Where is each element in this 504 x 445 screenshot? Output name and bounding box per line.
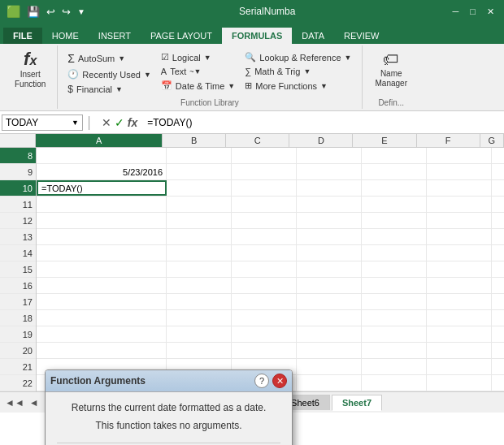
minimize-button[interactable]: ─ — [450, 6, 463, 16]
cell-reference: TODAY — [6, 117, 38, 128]
title-bar: 🟩 💾 ↩ ↪ ▼ SerialNumba ─ □ ✕ — [0, 0, 504, 23]
dialog-titlebar: Function Arguments ? ✕ — [46, 370, 292, 392]
dialog-help-button[interactable]: ? — [254, 374, 269, 388]
dialog-controls: ? ✕ — [254, 374, 287, 388]
math-icon: ∑ — [245, 67, 251, 76]
ribbon-group-function-library: Σ AutoSum ▼ 🕐 Recently Used ▼ $ Financia… — [58, 45, 362, 109]
logical-button[interactable]: ☑ Logical ▼ — [158, 50, 238, 64]
formula-bar: TODAY ▼ │ ✕ ✓ fx — [0, 111, 504, 134]
function-library-section: Σ AutoSum ▼ 🕐 Recently Used ▼ $ Financia… — [64, 47, 354, 97]
defined-names-label: Defin... — [378, 97, 404, 107]
financial-button[interactable]: $ Financial ▼ — [64, 82, 154, 97]
dollar-icon: $ — [67, 84, 73, 95]
dialog-close-button[interactable]: ✕ — [272, 374, 287, 388]
tab-insert[interactable]: INSERT — [89, 28, 141, 44]
financial-arrow: ▼ — [115, 85, 123, 93]
text-icon: A — [161, 67, 167, 76]
name-manager-button[interactable]: 🏷 NameManager — [369, 47, 414, 92]
separator-icon: │ — [83, 116, 97, 129]
name-manager-label: NameManager — [376, 69, 407, 89]
function-library-col1: Σ AutoSum ▼ 🕐 Recently Used ▼ $ Financia… — [64, 50, 154, 97]
calendar-icon: 📅 — [161, 80, 172, 91]
lookup-icon: 🔍 — [245, 52, 256, 63]
recently-used-arrow: ▼ — [144, 71, 151, 79]
recently-used-button[interactable]: 🕐 Recently Used ▼ — [64, 67, 154, 81]
text-button[interactable]: A Text ~▼ — [158, 65, 238, 78]
more-arrow: ▼ — [320, 82, 328, 90]
confirm-icon[interactable]: ✓ — [115, 116, 124, 129]
logical-label: Logical — [172, 53, 201, 63]
lookup-ref-label: Lookup & Reference — [259, 53, 341, 63]
financial-label: Financial — [76, 84, 112, 94]
function-library-col3: 🔍 Lookup & Reference ▼ ∑ Math & Trig ▼ ⊞… — [241, 50, 354, 93]
autosum-arrow: ▼ — [118, 54, 125, 63]
close-button[interactable]: ✕ — [484, 6, 497, 17]
lookup-ref-button[interactable]: 🔍 Lookup & Reference ▼ — [241, 50, 354, 64]
tab-sheet7[interactable]: Sheet7 — [332, 395, 382, 411]
ribbon-group-insert-function: fx InsertFunction — [3, 45, 58, 109]
function-arguments-dialog: Function Arguments ? ✕ Returns the curre… — [45, 369, 293, 445]
lookup-arrow: ▼ — [345, 54, 352, 62]
dialog-body: Returns the current date formatted as a … — [46, 392, 292, 445]
formula-icons: ✕ ✓ fx — [97, 116, 142, 129]
redo-icon[interactable]: ↪ — [62, 6, 71, 18]
insert-function-label: InsertFunction — [15, 70, 46, 89]
customize-icon[interactable]: ▼ — [77, 7, 85, 16]
formula-input[interactable] — [142, 114, 502, 132]
text-label: Text — [170, 67, 186, 76]
function-library-group-label: Function Library — [180, 97, 239, 107]
window-controls: ─ □ ✕ — [450, 6, 497, 17]
excel-icon: 🟩 — [7, 5, 20, 18]
dialog-subdescription: This function takes no arguments. — [57, 420, 280, 431]
fx-button[interactable]: fx — [128, 116, 137, 129]
sigma-icon: Σ — [67, 52, 75, 65]
math-trig-label: Math & Trig — [254, 67, 300, 76]
title-bar-left: 🟩 💾 ↩ ↪ ▼ — [7, 5, 85, 18]
tag-icon: 🏷 — [383, 50, 399, 69]
ribbon-group-defined-names: 🏷 NameManager Defin... — [363, 45, 420, 109]
window-title: SerialNumba — [239, 6, 295, 17]
recently-used-label: Recently Used — [82, 70, 141, 80]
dialog-overlay: Function Arguments ? ✕ Returns the curre… — [0, 134, 504, 391]
name-box-arrow[interactable]: ▼ — [72, 119, 79, 127]
math-arrow: ▼ — [303, 67, 311, 76]
tab-formulas[interactable]: FORMULAS — [222, 28, 292, 44]
tab-review[interactable]: REVIEW — [334, 28, 389, 44]
more-functions-button[interactable]: ⊞ More Functions ▼ — [241, 79, 354, 93]
math-trig-button[interactable]: ∑ Math & Trig ▼ — [241, 65, 354, 78]
sheet-nav-prev[interactable]: ◄ — [28, 397, 41, 408]
insert-function-button[interactable]: fx InsertFunction — [10, 47, 50, 91]
save-icon[interactable]: 💾 — [27, 6, 40, 18]
autosum-label: AutoSum — [78, 54, 115, 63]
cancel-icon[interactable]: ✕ — [102, 116, 111, 129]
more-functions-label: More Functions — [255, 81, 317, 91]
date-time-arrow: ▼ — [228, 82, 235, 90]
ribbon-content: fx InsertFunction Σ AutoSum ▼ 🕐 Recently… — [0, 44, 504, 111]
function-library-col2: ☑ Logical ▼ A Text ~▼ 📅 Date & Time ▼ — [158, 50, 238, 93]
dialog-description: Returns the current date formatted as a … — [57, 402, 280, 413]
logical-arrow: ▼ — [204, 54, 211, 62]
text-arrow: ~▼ — [189, 67, 201, 76]
dialog-title: Function Arguments — [50, 375, 146, 387]
dialog-divider — [57, 443, 280, 443]
tab-page-layout[interactable]: PAGE LAYOUT — [141, 28, 222, 44]
tab-home[interactable]: HOME — [42, 28, 89, 44]
spreadsheet: A B C D E F G 8 9 10 11 12 13 14 15 16 1… — [0, 134, 504, 391]
autosum-button[interactable]: Σ AutoSum ▼ — [64, 50, 154, 67]
quick-access: 💾 ↩ ↪ ▼ — [27, 6, 85, 18]
date-time-label: Date & Time — [176, 81, 225, 91]
logical-icon: ☑ — [161, 52, 169, 63]
date-time-button[interactable]: 📅 Date & Time ▼ — [158, 79, 238, 93]
tab-file[interactable]: FILE — [3, 28, 42, 44]
fx-icon: fx — [24, 49, 37, 70]
sheet-nav-first[interactable]: ◄◄ — [3, 397, 26, 408]
maximize-button[interactable]: □ — [467, 6, 479, 16]
name-box[interactable]: TODAY ▼ — [2, 114, 83, 131]
tab-data[interactable]: DATA — [292, 28, 334, 44]
more-icon: ⊞ — [245, 80, 252, 91]
ribbon-tabs: FILE HOME INSERT PAGE LAYOUT FORMULAS DA… — [0, 23, 504, 44]
clock-icon: 🕐 — [67, 69, 79, 80]
undo-icon[interactable]: ↩ — [46, 6, 55, 18]
